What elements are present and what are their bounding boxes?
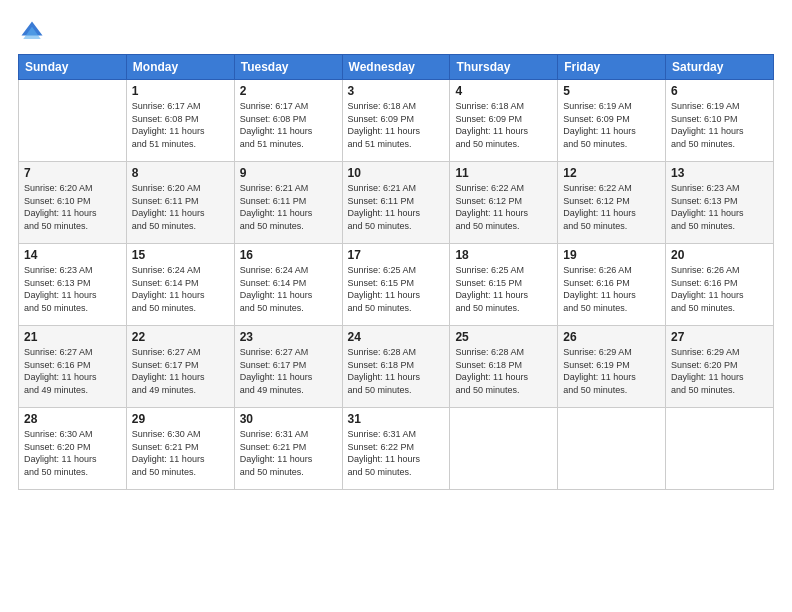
day-number: 27: [671, 330, 768, 344]
cell-info: Sunrise: 6:19 AMSunset: 6:09 PMDaylight:…: [563, 100, 660, 150]
cell-info: Sunrise: 6:20 AMSunset: 6:11 PMDaylight:…: [132, 182, 229, 232]
week-row-1: 7Sunrise: 6:20 AMSunset: 6:10 PMDaylight…: [19, 162, 774, 244]
day-number: 23: [240, 330, 337, 344]
logo-icon: [18, 18, 46, 46]
calendar-cell: 10Sunrise: 6:21 AMSunset: 6:11 PMDayligh…: [342, 162, 450, 244]
day-number: 22: [132, 330, 229, 344]
cell-info: Sunrise: 6:21 AMSunset: 6:11 PMDaylight:…: [240, 182, 337, 232]
cell-info: Sunrise: 6:22 AMSunset: 6:12 PMDaylight:…: [563, 182, 660, 232]
cell-info: Sunrise: 6:27 AMSunset: 6:17 PMDaylight:…: [240, 346, 337, 396]
calendar-cell: 8Sunrise: 6:20 AMSunset: 6:11 PMDaylight…: [126, 162, 234, 244]
cell-info: Sunrise: 6:23 AMSunset: 6:13 PMDaylight:…: [671, 182, 768, 232]
calendar-cell: 11Sunrise: 6:22 AMSunset: 6:12 PMDayligh…: [450, 162, 558, 244]
calendar-cell: 2Sunrise: 6:17 AMSunset: 6:08 PMDaylight…: [234, 80, 342, 162]
day-number: 6: [671, 84, 768, 98]
calendar-cell: 15Sunrise: 6:24 AMSunset: 6:14 PMDayligh…: [126, 244, 234, 326]
logo: [18, 18, 50, 46]
calendar-cell: 19Sunrise: 6:26 AMSunset: 6:16 PMDayligh…: [558, 244, 666, 326]
cell-info: Sunrise: 6:18 AMSunset: 6:09 PMDaylight:…: [348, 100, 445, 150]
cell-info: Sunrise: 6:17 AMSunset: 6:08 PMDaylight:…: [132, 100, 229, 150]
calendar-cell: 26Sunrise: 6:29 AMSunset: 6:19 PMDayligh…: [558, 326, 666, 408]
day-number: 4: [455, 84, 552, 98]
calendar-cell: 25Sunrise: 6:28 AMSunset: 6:18 PMDayligh…: [450, 326, 558, 408]
cell-info: Sunrise: 6:29 AMSunset: 6:20 PMDaylight:…: [671, 346, 768, 396]
day-number: 24: [348, 330, 445, 344]
calendar-cell: 13Sunrise: 6:23 AMSunset: 6:13 PMDayligh…: [666, 162, 774, 244]
day-number: 30: [240, 412, 337, 426]
calendar-cell: 1Sunrise: 6:17 AMSunset: 6:08 PMDaylight…: [126, 80, 234, 162]
cell-info: Sunrise: 6:18 AMSunset: 6:09 PMDaylight:…: [455, 100, 552, 150]
day-number: 8: [132, 166, 229, 180]
day-number: 10: [348, 166, 445, 180]
calendar-cell: 18Sunrise: 6:25 AMSunset: 6:15 PMDayligh…: [450, 244, 558, 326]
calendar-cell: 27Sunrise: 6:29 AMSunset: 6:20 PMDayligh…: [666, 326, 774, 408]
day-number: 5: [563, 84, 660, 98]
calendar-cell: [558, 408, 666, 490]
calendar-cell: 6Sunrise: 6:19 AMSunset: 6:10 PMDaylight…: [666, 80, 774, 162]
week-row-3: 21Sunrise: 6:27 AMSunset: 6:16 PMDayligh…: [19, 326, 774, 408]
day-number: 19: [563, 248, 660, 262]
calendar-cell: [666, 408, 774, 490]
weekday-header-row: SundayMondayTuesdayWednesdayThursdayFrid…: [19, 55, 774, 80]
calendar-cell: 12Sunrise: 6:22 AMSunset: 6:12 PMDayligh…: [558, 162, 666, 244]
calendar-cell: 9Sunrise: 6:21 AMSunset: 6:11 PMDaylight…: [234, 162, 342, 244]
day-number: 31: [348, 412, 445, 426]
day-number: 11: [455, 166, 552, 180]
calendar-cell: 23Sunrise: 6:27 AMSunset: 6:17 PMDayligh…: [234, 326, 342, 408]
calendar-cell: 22Sunrise: 6:27 AMSunset: 6:17 PMDayligh…: [126, 326, 234, 408]
calendar-cell: 17Sunrise: 6:25 AMSunset: 6:15 PMDayligh…: [342, 244, 450, 326]
day-number: 14: [24, 248, 121, 262]
day-number: 3: [348, 84, 445, 98]
day-number: 12: [563, 166, 660, 180]
calendar-cell: 14Sunrise: 6:23 AMSunset: 6:13 PMDayligh…: [19, 244, 127, 326]
calendar-cell: 16Sunrise: 6:24 AMSunset: 6:14 PMDayligh…: [234, 244, 342, 326]
calendar-cell: 28Sunrise: 6:30 AMSunset: 6:20 PMDayligh…: [19, 408, 127, 490]
cell-info: Sunrise: 6:24 AMSunset: 6:14 PMDaylight:…: [240, 264, 337, 314]
day-number: 2: [240, 84, 337, 98]
calendar-cell: 31Sunrise: 6:31 AMSunset: 6:22 PMDayligh…: [342, 408, 450, 490]
day-number: 7: [24, 166, 121, 180]
weekday-header-wednesday: Wednesday: [342, 55, 450, 80]
cell-info: Sunrise: 6:25 AMSunset: 6:15 PMDaylight:…: [455, 264, 552, 314]
day-number: 18: [455, 248, 552, 262]
calendar-cell: [19, 80, 127, 162]
cell-info: Sunrise: 6:26 AMSunset: 6:16 PMDaylight:…: [563, 264, 660, 314]
calendar-cell: 24Sunrise: 6:28 AMSunset: 6:18 PMDayligh…: [342, 326, 450, 408]
day-number: 17: [348, 248, 445, 262]
day-number: 26: [563, 330, 660, 344]
cell-info: Sunrise: 6:29 AMSunset: 6:19 PMDaylight:…: [563, 346, 660, 396]
weekday-header-thursday: Thursday: [450, 55, 558, 80]
cell-info: Sunrise: 6:22 AMSunset: 6:12 PMDaylight:…: [455, 182, 552, 232]
cell-info: Sunrise: 6:30 AMSunset: 6:21 PMDaylight:…: [132, 428, 229, 478]
day-number: 16: [240, 248, 337, 262]
cell-info: Sunrise: 6:26 AMSunset: 6:16 PMDaylight:…: [671, 264, 768, 314]
calendar-cell: 4Sunrise: 6:18 AMSunset: 6:09 PMDaylight…: [450, 80, 558, 162]
day-number: 29: [132, 412, 229, 426]
day-number: 25: [455, 330, 552, 344]
cell-info: Sunrise: 6:20 AMSunset: 6:10 PMDaylight:…: [24, 182, 121, 232]
calendar-cell: 3Sunrise: 6:18 AMSunset: 6:09 PMDaylight…: [342, 80, 450, 162]
calendar-cell: 7Sunrise: 6:20 AMSunset: 6:10 PMDaylight…: [19, 162, 127, 244]
cell-info: Sunrise: 6:21 AMSunset: 6:11 PMDaylight:…: [348, 182, 445, 232]
weekday-header-friday: Friday: [558, 55, 666, 80]
cell-info: Sunrise: 6:24 AMSunset: 6:14 PMDaylight:…: [132, 264, 229, 314]
weekday-header-sunday: Sunday: [19, 55, 127, 80]
cell-info: Sunrise: 6:31 AMSunset: 6:22 PMDaylight:…: [348, 428, 445, 478]
cell-info: Sunrise: 6:28 AMSunset: 6:18 PMDaylight:…: [455, 346, 552, 396]
calendar-cell: 21Sunrise: 6:27 AMSunset: 6:16 PMDayligh…: [19, 326, 127, 408]
cell-info: Sunrise: 6:28 AMSunset: 6:18 PMDaylight:…: [348, 346, 445, 396]
cell-info: Sunrise: 6:27 AMSunset: 6:16 PMDaylight:…: [24, 346, 121, 396]
day-number: 21: [24, 330, 121, 344]
calendar-cell: 30Sunrise: 6:31 AMSunset: 6:21 PMDayligh…: [234, 408, 342, 490]
calendar-cell: 5Sunrise: 6:19 AMSunset: 6:09 PMDaylight…: [558, 80, 666, 162]
cell-info: Sunrise: 6:19 AMSunset: 6:10 PMDaylight:…: [671, 100, 768, 150]
cell-info: Sunrise: 6:31 AMSunset: 6:21 PMDaylight:…: [240, 428, 337, 478]
calendar-cell: [450, 408, 558, 490]
day-number: 15: [132, 248, 229, 262]
week-row-2: 14Sunrise: 6:23 AMSunset: 6:13 PMDayligh…: [19, 244, 774, 326]
cell-info: Sunrise: 6:25 AMSunset: 6:15 PMDaylight:…: [348, 264, 445, 314]
header: [18, 18, 774, 46]
weekday-header-monday: Monday: [126, 55, 234, 80]
weekday-header-saturday: Saturday: [666, 55, 774, 80]
day-number: 28: [24, 412, 121, 426]
